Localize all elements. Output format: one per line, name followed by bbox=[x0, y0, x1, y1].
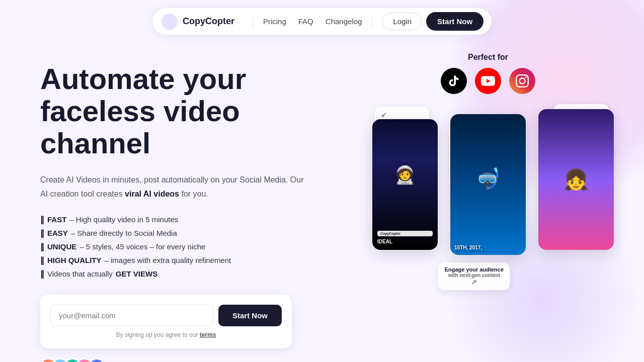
video-bg-anime: 👧 bbox=[538, 109, 614, 250]
logo-area[interactable]: 🚁 CopyCopter bbox=[160, 13, 234, 31]
video-logo: CopyCopter bbox=[377, 231, 433, 236]
feature-icon-easy: ‖ bbox=[40, 228, 44, 238]
terms-link[interactable]: terms bbox=[200, 331, 216, 338]
diver-illustration: 🤿 bbox=[454, 118, 522, 244]
video-bg-space: 🧑‍🚀 CopyCopter IDEAL bbox=[372, 119, 438, 250]
feature-unique: ‖ UNIQUE – 5 styles, 45 voices – for eve… bbox=[40, 242, 352, 251]
avatars bbox=[40, 358, 101, 362]
video-text-space: IDEAL bbox=[377, 238, 433, 245]
login-button[interactable]: Login bbox=[382, 13, 422, 30]
start-now-nav-button[interactable]: Start Now bbox=[426, 12, 484, 31]
signup-box: Start Now By signing up you agree to our… bbox=[40, 295, 292, 348]
avatar-5 bbox=[89, 358, 105, 362]
video-bg-ocean: 🤿 15TH, 2017, bbox=[450, 114, 526, 255]
arrow-seo: ↙ bbox=[381, 111, 387, 119]
features-list: ‖ FAST – High quality video in 5 minutes… bbox=[40, 215, 352, 279]
nav-divider2 bbox=[372, 16, 372, 28]
tiktok-icon[interactable] bbox=[441, 68, 467, 94]
start-now-main-button[interactable]: Start Now bbox=[218, 305, 282, 326]
svg-point-0 bbox=[162, 13, 178, 29]
video-card-anime: 👧 bbox=[538, 109, 614, 250]
nav-divider bbox=[253, 16, 253, 28]
floating-label-engage: Engage your audience with next-gen conte… bbox=[439, 262, 510, 290]
feature-icon-unique: ‖ bbox=[40, 242, 44, 251]
nav-link-pricing[interactable]: Pricing bbox=[263, 17, 286, 26]
feature-icon-views: ‖ bbox=[40, 269, 44, 279]
right-column: Perfect for bbox=[372, 53, 604, 362]
video-text-diver: 15TH, 2017, bbox=[454, 244, 522, 251]
hero-title: Automate your faceless video channel bbox=[40, 63, 352, 159]
perfect-for-section: Perfect for bbox=[372, 53, 604, 94]
anime-illustration: 👧 bbox=[543, 114, 609, 245]
instagram-icon[interactable] bbox=[509, 68, 535, 94]
videos-area: ↙ Boost your SEO with videos Get traffic… bbox=[372, 104, 604, 295]
video-card-space: 🧑‍🚀 CopyCopter IDEAL bbox=[372, 119, 438, 250]
space-illustration: 🧑‍🚀 bbox=[377, 124, 433, 231]
signup-row: Start Now bbox=[50, 305, 282, 326]
feature-easy: ‖ EASY – Share directly to Social Media bbox=[40, 228, 352, 238]
hero-title-highlight: channel bbox=[40, 127, 150, 159]
youtube-icon[interactable] bbox=[475, 68, 501, 94]
hero-title-line2: faceless video bbox=[40, 95, 240, 127]
email-input[interactable] bbox=[50, 305, 213, 326]
left-column: Automate your faceless video channel Cre… bbox=[40, 53, 352, 362]
terms-text: By signing up you agree to our terms bbox=[50, 331, 282, 338]
logo-icon: 🚁 bbox=[160, 13, 179, 31]
perfect-for-label: Perfect for bbox=[372, 53, 604, 62]
main-content: Automate your faceless video channel Cre… bbox=[0, 43, 644, 362]
social-proof: Join 500+ Happy Creators bbox=[40, 358, 352, 362]
feature-icon-fast: ‖ bbox=[40, 215, 44, 224]
feature-icon-quality: ‖ bbox=[40, 255, 44, 265]
logo-text: CopyCopter bbox=[183, 16, 234, 27]
video-card-diver: 🤿 15TH, 2017, bbox=[450, 114, 526, 255]
nav-links: Pricing FAQ Changelog bbox=[263, 17, 362, 26]
feature-views: ‖ Videos that actually GET VIEWS bbox=[40, 269, 352, 279]
navbar-inner: 🚁 CopyCopter Pricing FAQ Changelog Login… bbox=[152, 8, 492, 35]
feature-fast: ‖ FAST – High quality video in 5 minutes bbox=[40, 215, 352, 224]
navbar: 🚁 CopyCopter Pricing FAQ Changelog Login… bbox=[0, 0, 644, 43]
nav-link-changelog[interactable]: Changelog bbox=[326, 17, 362, 26]
platform-icons bbox=[372, 68, 604, 94]
hero-description: Create AI Videos in minutes, post automa… bbox=[40, 173, 312, 200]
feature-quality: ‖ HIGH QUALITY – images with extra quali… bbox=[40, 255, 352, 265]
hero-title-line1: Automate your bbox=[40, 62, 246, 95]
nav-link-faq[interactable]: FAQ bbox=[298, 17, 313, 26]
